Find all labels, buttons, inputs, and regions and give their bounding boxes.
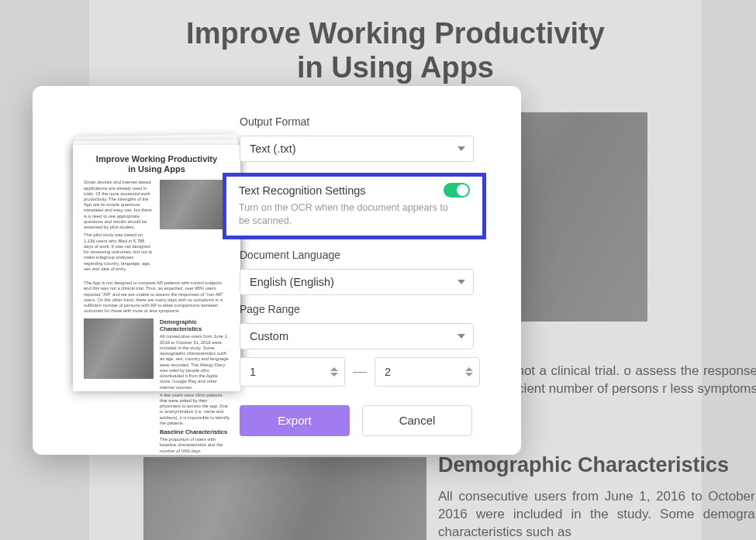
- cancel-button[interactable]: Cancel: [362, 405, 472, 436]
- document-language-value: English (English): [250, 276, 334, 288]
- page-range-value: Custom: [250, 330, 288, 342]
- preview-title-line1: Improve Working Productivity: [96, 154, 217, 163]
- stepper-up-icon: [330, 367, 338, 371]
- document-language-label: Document Language: [240, 249, 480, 261]
- output-format-label: Output Format: [240, 115, 480, 128]
- ocr-settings-description: Turn on the OCR when the document appear…: [239, 201, 448, 228]
- ocr-toggle[interactable]: [444, 183, 470, 198]
- ocr-settings-title: Text Recognition Settings: [239, 184, 366, 197]
- chevron-down-icon: [457, 280, 465, 284]
- chevron-down-icon: [457, 146, 465, 151]
- page-range-to-input[interactable]: 2: [375, 357, 480, 387]
- preview-column: Improve Working Productivity in Using Ap…: [50, 105, 240, 436]
- preview-title: Improve Working Productivity in Using Ap…: [84, 154, 230, 174]
- preview-image-2: [84, 318, 154, 379]
- preview-sheet-front: Improve Working Productivity in Using Ap…: [73, 145, 240, 391]
- output-format-value: Text (.txt): [250, 143, 296, 155]
- preview-image-1: [160, 180, 230, 229]
- page-range-from-input[interactable]: 1: [240, 357, 345, 387]
- output-format-select[interactable]: Text (.txt): [240, 136, 474, 162]
- stepper-down-icon: [330, 373, 338, 377]
- page-range-to-value: 2: [385, 366, 391, 378]
- preview-title-line2: in Using Apps: [128, 164, 185, 174]
- page-preview-stack: Improve Working Productivity in Using Ap…: [73, 136, 243, 391]
- export-button[interactable]: Export: [240, 405, 350, 436]
- page-range-from-value: 1: [250, 366, 256, 378]
- page-range-label: Page Range: [240, 303, 480, 315]
- dialog-buttons: Export Cancel: [240, 405, 480, 436]
- preview-text-block-1: Smart devices and internet-based applica…: [84, 180, 154, 274]
- stepper-down-icon: [465, 373, 473, 377]
- document-language-select[interactable]: English (English): [240, 269, 474, 295]
- form-column: Output Format Text (.txt) Text Recogniti…: [240, 105, 480, 436]
- preview-heading-2: Baseline Characteristics: [160, 428, 230, 435]
- chevron-down-icon: [457, 334, 465, 339]
- page-range-to-stepper[interactable]: [465, 360, 476, 384]
- preview-text-block-2: Demographic Characteristics All consecut…: [160, 318, 230, 456]
- export-button-label: Export: [278, 414, 311, 427]
- page-range-separator: —: [353, 363, 367, 380]
- page-range-select[interactable]: Custom: [240, 323, 474, 349]
- page-range-from-stepper[interactable]: [330, 360, 341, 384]
- preview-paragraph-mid: The App is not designed to compare AR pa…: [84, 280, 230, 314]
- page-range-inputs: 1 — 2: [240, 357, 480, 387]
- cancel-button-label: Cancel: [399, 414, 436, 427]
- preview-heading-1: Demographic Characteristics: [160, 318, 230, 332]
- preview-mini-page: Improve Working Productivity in Using Ap…: [73, 145, 240, 472]
- export-dialog: Improve Working Productivity in Using Ap…: [33, 86, 521, 455]
- ocr-settings-highlight: Text Recognition Settings Turn on the OC…: [223, 173, 486, 239]
- stepper-up-icon: [465, 367, 473, 371]
